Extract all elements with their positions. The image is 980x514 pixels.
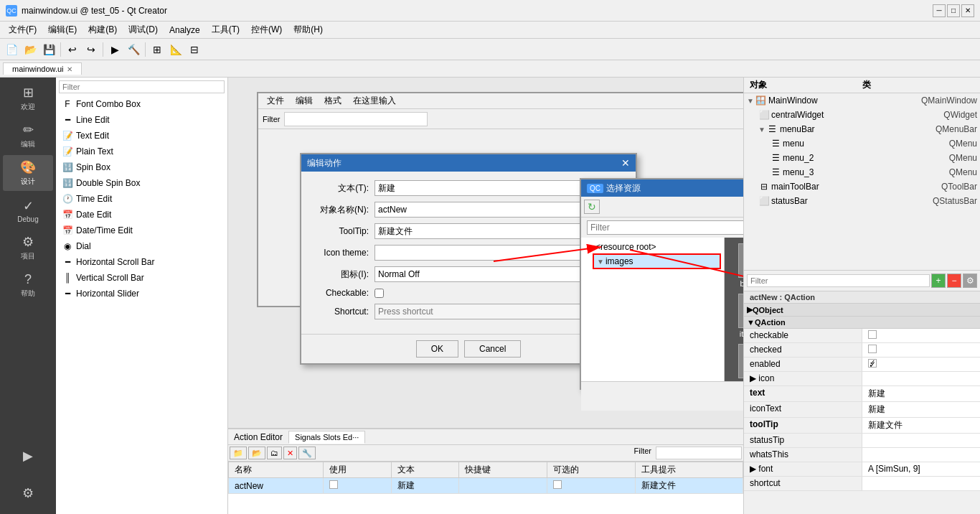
- checkable-input[interactable]: [374, 289, 384, 298]
- font-expand[interactable]: ▶: [750, 464, 756, 474]
- prop-add-btn[interactable]: +: [931, 274, 946, 288]
- action-settings-btn[interactable]: 🔧: [298, 447, 316, 459]
- form-menu-format[interactable]: 格式: [319, 93, 347, 108]
- widget-item-hscrollbar[interactable]: ━ Horizontal Scroll Bar: [56, 254, 227, 270]
- prop-value-text[interactable]: 新建: [862, 386, 980, 401]
- widget-item-dial[interactable]: ◉ Dial: [56, 238, 227, 254]
- sidebar-item-settings[interactable]: ⚙: [3, 475, 53, 511]
- snap-tool-btn[interactable]: 📐: [167, 41, 184, 58]
- resource-file-bold[interactable]: B bold.png: [730, 243, 743, 288]
- sidebar-item-help[interactable]: ? 帮助: [3, 267, 53, 303]
- form-menu-file[interactable]: 文件: [261, 93, 290, 108]
- sidebar-item-design[interactable]: 🎨 设计: [3, 155, 53, 191]
- menu-widgets[interactable]: 控件(W): [245, 22, 288, 37]
- tree-item-statusbar[interactable]: ⬜ statusBar QStatusBar: [755, 194, 980, 208]
- icon-theme-input[interactable]: [374, 245, 611, 261]
- new-file-tool-btn[interactable]: 📄: [3, 41, 20, 58]
- prop-settings-btn[interactable]: ⚙: [963, 274, 977, 288]
- menu-debug[interactable]: 调试(D): [123, 22, 164, 37]
- menu-edit[interactable]: 编辑(E): [42, 22, 83, 37]
- icon-expand[interactable]: ▶: [750, 373, 756, 383]
- action-folder-btn[interactable]: 🗂: [267, 447, 282, 459]
- menu-tools[interactable]: 工具(T): [206, 22, 245, 37]
- widget-item-spinbox[interactable]: 🔢 Spin Box: [56, 159, 227, 175]
- debug-tool-btn[interactable]: ▶: [106, 41, 123, 58]
- tab-mainwindow[interactable]: mainwindow.ui ✕: [3, 62, 82, 75]
- grid-tool-btn[interactable]: ⊞: [149, 41, 166, 58]
- tree-item-menubar[interactable]: ▼ ☰ menuBar QMenuBar: [755, 122, 980, 136]
- open-tool-btn[interactable]: 📂: [22, 41, 39, 58]
- menu-build[interactable]: 构建(B): [83, 22, 123, 37]
- action-new-btn[interactable]: 📁: [230, 447, 247, 459]
- tab-signals-slots[interactable]: Signals Slots Ed···: [288, 431, 365, 444]
- widget-item-hslider[interactable]: ━ Horizontal Slider: [56, 286, 227, 302]
- form-menu-edit[interactable]: 编辑: [290, 93, 319, 108]
- resource-images-item[interactable]: ▼ images: [593, 253, 721, 269]
- widget-item-dateedit[interactable]: 📅 Date Edit: [56, 207, 227, 223]
- icon-combo[interactable]: Normal Off ▼: [374, 266, 602, 282]
- build-tool-btn[interactable]: 🔨: [125, 41, 142, 58]
- widget-item-doublespinbox[interactable]: 🔢 Double Spin Box: [56, 175, 227, 191]
- layout-tool-btn[interactable]: ⊟: [186, 41, 203, 58]
- prop-value-shortcut[interactable]: [862, 477, 980, 490]
- action-filter-input[interactable]: [656, 447, 742, 459]
- action-open-btn[interactable]: 📂: [248, 447, 265, 459]
- prop-filter-input[interactable]: [747, 274, 930, 287]
- save-tool-btn[interactable]: 💾: [40, 41, 57, 58]
- checkable-prop-checkbox[interactable]: [868, 330, 877, 339]
- prop-value-font[interactable]: A [SimSun, 9]: [862, 462, 980, 476]
- widget-item-fontcombo[interactable]: F Font Combo Box: [56, 96, 227, 112]
- edit-cancel-btn[interactable]: Cancel: [464, 340, 521, 358]
- widget-item-plaintextedit[interactable]: 📝 Plain Text: [56, 144, 227, 159]
- tree-item-menu[interactable]: ☰ menu QMenu: [767, 136, 980, 151]
- shortcut-input[interactable]: [374, 304, 611, 319]
- checkable-checkbox[interactable]: [553, 480, 562, 489]
- widget-item-textedit[interactable]: 📝 Text Edit: [56, 128, 227, 144]
- tooltip-input[interactable]: [374, 223, 607, 239]
- prop-value-enabled[interactable]: ✓: [862, 358, 980, 371]
- prop-value-checked[interactable]: [862, 343, 980, 357]
- table-row[interactable]: actNew 新建 新建文件: [229, 478, 743, 494]
- widget-item-vscrollbar[interactable]: ║ Vertical Scroll Bar: [56, 270, 227, 286]
- sidebar-item-project[interactable]: ⚙ 项目: [3, 230, 53, 266]
- widget-item-lineedit[interactable]: ━ Line Edit: [56, 112, 227, 128]
- edit-ok-btn[interactable]: OK: [416, 340, 458, 358]
- resource-root-item[interactable]: ▼ <resource root>: [584, 240, 721, 253]
- action-delete-btn[interactable]: ✕: [283, 447, 297, 459]
- prop-value-whatsthis[interactable]: [862, 448, 980, 462]
- maximize-button[interactable]: □: [947, 4, 960, 17]
- undo-tool-btn[interactable]: ↩: [64, 41, 81, 58]
- sidebar-item-debug[interactable]: ✓ Debug: [3, 192, 53, 228]
- enabled-prop-checkbox[interactable]: ✓: [868, 359, 877, 368]
- tab-close-icon[interactable]: ✕: [67, 65, 72, 73]
- redo-tool-btn[interactable]: ↪: [83, 41, 100, 58]
- prop-value-tooltip[interactable]: 新建文件: [862, 418, 980, 433]
- minimize-button[interactable]: ─: [933, 4, 946, 17]
- menu-analyze[interactable]: Analyze: [164, 24, 206, 37]
- resource-file-italic[interactable]: I italic.png: [730, 294, 743, 338]
- tree-item-menu3[interactable]: ☰ menu_3 QMenu: [767, 165, 980, 179]
- form-menu-input[interactable]: 在这里输入: [347, 93, 402, 108]
- tree-item-menu2[interactable]: ☰ menu_2 QMenu: [767, 151, 980, 165]
- tree-item-mainwindow[interactable]: ▼ 🪟 MainWindow QMainWindow: [744, 93, 980, 108]
- sidebar-item-welcome[interactable]: ⊞ 欢迎: [3, 80, 53, 116]
- menu-help[interactable]: 帮助(H): [288, 22, 329, 37]
- sidebar-item-run[interactable]: ▶: [3, 438, 53, 474]
- checked-prop-checkbox[interactable]: [868, 345, 877, 353]
- widget-filter-input[interactable]: [59, 80, 225, 93]
- menu-file[interactable]: 文件(F): [3, 22, 42, 37]
- prop-section-qaction[interactable]: ▼ QAction: [744, 317, 980, 329]
- widget-item-datetimeedit[interactable]: 📅 Date/Time Edit: [56, 223, 227, 238]
- prop-remove-btn[interactable]: −: [947, 274, 961, 288]
- resource-filter-input[interactable]: [587, 220, 743, 235]
- edit-dialog-close[interactable]: ✕: [621, 157, 630, 169]
- form-filter-input[interactable]: [284, 112, 428, 126]
- prop-value-icontext[interactable]: 新建: [862, 402, 980, 417]
- prop-value-checkable[interactable]: [862, 329, 980, 342]
- tree-item-toolbar[interactable]: ⊟ mainToolBar QToolBar: [755, 179, 980, 194]
- resource-refresh-btn[interactable]: ↻: [584, 200, 600, 214]
- prop-section-qobject[interactable]: ▶ QObject: [744, 304, 980, 317]
- close-button[interactable]: ✕: [961, 4, 974, 17]
- used-checkbox[interactable]: [329, 480, 338, 489]
- widget-item-timeedit[interactable]: 🕐 Time Edit: [56, 191, 227, 207]
